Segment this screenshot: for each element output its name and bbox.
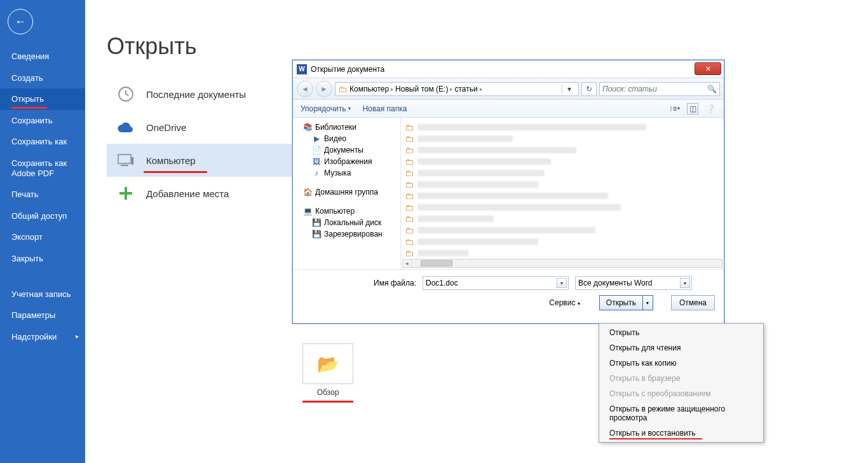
file-item[interactable]: 🗀 [403,202,721,213]
tree-item[interactable]: 💾Локальный диск [295,217,398,228]
folder-icon: 🗀 [405,179,414,190]
preview-pane-button[interactable]: ◫ [687,103,698,114]
word-icon: W [297,64,307,74]
help-icon[interactable]: ❔ [705,103,716,114]
disk-icon: 💾 [312,230,321,238]
tree-item[interactable]: 🏠Домашняя группа [295,186,398,198]
sidebar-item[interactable]: Общий доступ [0,205,85,227]
open-mode-item[interactable]: Открыть [600,325,762,340]
folder-icon: 🗀 [338,84,347,94]
tree-item[interactable]: 💻Компьютер [295,205,398,217]
sidebar-item[interactable]: Экспорт [0,226,85,248]
search-icon[interactable]: 🔍 [707,85,717,93]
open-mode-item: Открыть в браузере [600,371,762,386]
browse-tile[interactable]: 📂 Обзор [302,343,353,403]
cancel-button[interactable]: Отмена [671,295,715,310]
sidebar-item[interactable]: Параметры [0,305,85,326]
file-name-redacted [417,170,545,176]
tree-item[interactable]: ♪Музыка [295,167,398,179]
file-name-redacted [417,227,595,233]
folder-icon: 🗀 [405,134,414,144]
music-icon: ♪ [312,169,321,177]
tree-item[interactable]: 🖼Изображения [295,156,398,167]
filename-input[interactable]: Doc1.doc ▾ [423,276,569,290]
tree-item[interactable]: 📚Библиотеки [295,121,398,133]
file-item[interactable]: 🗀 [403,167,721,179]
nav-back-button[interactable]: ◄ [297,81,313,97]
open-mode-item[interactable]: Открыть для чтения [600,340,762,356]
file-item[interactable]: 🗀 [403,144,721,156]
filetype-filter[interactable]: Все документы Word ▾ [575,276,692,290]
plus-icon [117,184,135,202]
open-split-button[interactable]: Открыть ▾ [599,295,653,310]
nav-forward-button[interactable]: ► [316,81,332,97]
cloud-icon [117,118,135,136]
dialog-title: Открытие документа [311,65,384,74]
place-item[interactable]: OneDrive [107,111,297,144]
file-item[interactable]: 🗀 [403,225,721,236]
scroll-left-arrow[interactable]: ◂ [403,259,412,267]
open-mode-item[interactable]: Открыть как копию [600,356,762,371]
place-item[interactable]: Последние документы [107,78,297,111]
breadcrumb-dropdown[interactable]: ▾ [562,85,576,93]
new-folder-button[interactable]: Новая папка [362,104,407,113]
file-item[interactable]: 🗀 [403,213,721,225]
file-item[interactable]: 🗀 [403,236,721,247]
search-box[interactable]: 🔍 [599,82,720,96]
sidebar-item[interactable]: Сохранить как [0,131,85,153]
file-item[interactable]: 🗀 [403,121,721,133]
open-mode-item[interactable]: Открыть в режиме защищенного просмотра [600,401,762,425]
tools-menu[interactable]: Сервис ▾ [549,298,580,307]
file-item[interactable]: 🗀 [403,133,721,144]
dialog-titlebar: W Открытие документа ✕ [293,60,724,78]
dialog-bottom: Имя файла: Doc1.doc ▾ Все документы Word… [293,269,724,323]
back-button[interactable]: ← [8,9,33,34]
sidebar-item[interactable]: Учетная запись [0,284,85,305]
page-title: Открыть [107,33,868,60]
file-item[interactable]: 🗀 [403,156,721,167]
place-item[interactable]: Добавление места [107,177,297,210]
refresh-button[interactable]: ↻ [581,82,597,96]
file-item[interactable]: 🗀 [403,247,721,259]
sidebar-item[interactable]: Создать [0,67,85,89]
breadcrumb[interactable]: 🗀 Компьютер ▸ Новый том (E:) ▸ статьи ▸ … [335,82,579,96]
open-button[interactable]: Открыть [600,296,642,310]
open-mode-item[interactable]: Открыть и восстановить [600,425,762,441]
file-item[interactable]: 🗀 [403,190,721,202]
open-file-dialog: W Открытие документа ✕ ◄ ► 🗀 Компьютер ▸… [292,60,724,324]
bc-volume[interactable]: Новый том (E:) ▸ [395,85,453,93]
horizontal-scrollbar[interactable]: ◂ [402,259,722,268]
disk-icon: 💾 [312,218,321,227]
bc-folder[interactable]: статьи ▸ [454,85,482,93]
open-dropdown-button[interactable]: ▾ [642,296,653,310]
tree-item[interactable]: 📄Документы [295,144,398,156]
sidebar-item[interactable]: Закрыть [0,248,85,270]
tree-item[interactable]: ▶Видео [295,133,398,144]
search-input[interactable] [602,85,707,93]
view-options-button[interactable]: ⁝≡ ▾ [669,103,681,114]
dialog-body: 📚Библиотеки▶Видео📄Документы🖼Изображения♪… [293,118,724,269]
sidebar-item[interactable]: Сведения [0,46,85,67]
file-name-redacted [417,238,538,245]
bc-computer[interactable]: Компьютер ▸ [349,85,394,93]
sidebar-item[interactable]: Сохранить как Adobe PDF [0,153,85,184]
tree-item[interactable]: 💾Зарезервирован [295,228,398,240]
sidebar-item[interactable]: Печать [0,184,85,205]
dialog-close-button[interactable]: ✕ [695,62,721,75]
sidebar-item[interactable]: Сохранить [0,110,85,132]
browse-box[interactable]: 📂 [302,343,353,384]
tree-label: Документы [324,146,363,155]
tree-label: Компьютер [315,207,355,216]
file-item[interactable]: 🗀 [403,179,721,190]
file-name-redacted [417,204,621,211]
organize-menu[interactable]: Упорядочить ▾ [301,104,351,113]
scroll-thumb[interactable] [421,260,452,266]
dialog-toolbar: Упорядочить ▾ Новая папка ⁝≡ ▾ ◫ ❔ [293,100,724,118]
place-item[interactable]: Компьютер [107,144,297,177]
tree-label: Домашняя группа [315,188,378,197]
filter-dropdown[interactable]: ▾ [680,278,690,288]
sidebar-item[interactable]: Надстройки ▸ [0,326,85,348]
nav-tree: 📚Библиотеки▶Видео📄Документы🖼Изображения♪… [293,118,401,269]
filename-dropdown[interactable]: ▾ [557,278,567,288]
sidebar-item[interactable]: Открыть [0,88,85,110]
